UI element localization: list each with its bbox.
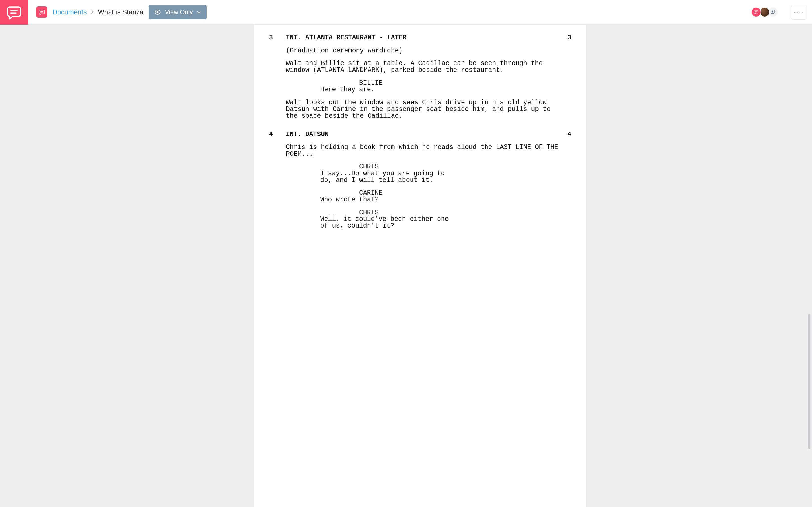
- speech-bubble-icon: [6, 4, 22, 20]
- scrollbar-thumb[interactable]: [808, 314, 810, 449]
- dialog-block: CHRISWell, it could've been either one o…: [286, 210, 564, 230]
- dialog-block: BILLIEHere they are.: [286, 80, 564, 93]
- character-name: BILLIE: [320, 80, 542, 87]
- dialog-block: CHRISI say...Do what you are going to do…: [286, 164, 564, 184]
- scene-title: INT. ATLANTA RESTAURANT - LATER: [286, 35, 560, 41]
- view-mode-dropdown[interactable]: View Only: [149, 5, 207, 19]
- breadcrumb-root[interactable]: Documents: [52, 8, 87, 16]
- character-name: CHRIS: [320, 210, 542, 216]
- topbar: Documents What is Stanza View Only: [28, 0, 812, 24]
- avatar-app[interactable]: [751, 7, 761, 17]
- scene-body: Chris is holding a book from which he re…: [269, 144, 571, 230]
- scene-body: (Graduation ceremony wardrobe)Walt and B…: [269, 48, 571, 120]
- ellipsis-icon: ○○○: [794, 10, 804, 14]
- scene-heading: 4INT. DATSUN4: [269, 131, 571, 138]
- breadcrumb: Documents What is Stanza: [52, 8, 144, 16]
- action-text: (Graduation ceremony wardrobe): [286, 48, 564, 54]
- dialog-line: Well, it could've been either one of us,…: [320, 216, 450, 229]
- scene-block: 3INT. ATLANTA RESTAURANT - LATER3(Gradua…: [269, 35, 571, 119]
- document-type-icon[interactable]: [36, 6, 47, 18]
- document-viewport[interactable]: 3INT. ATLANTA RESTAURANT - LATER3(Gradua…: [28, 24, 812, 507]
- svg-point-4: [157, 11, 158, 13]
- more-options-button[interactable]: ○○○: [791, 4, 806, 20]
- scene-number-right: 4: [560, 131, 571, 138]
- scene-block: 4INT. DATSUN4Chris is holding a book fro…: [269, 131, 571, 230]
- scene-number-left: 4: [269, 131, 286, 138]
- scene-number-left: 3: [269, 35, 286, 41]
- action-text: Walt and Billie sit at a table. A Cadill…: [286, 60, 564, 73]
- app-logo[interactable]: [0, 0, 28, 24]
- chevron-right-icon: [91, 8, 94, 16]
- character-name: CHRIS: [320, 164, 542, 170]
- dialog-line: Who wrote that?: [320, 196, 450, 203]
- character-name: CARINE: [320, 190, 542, 196]
- dialog-block: CARINEWho wrote that?: [286, 190, 564, 203]
- speech-bubble-icon: [39, 9, 45, 15]
- leftrail: [0, 24, 28, 507]
- breadcrumb-current: What is Stanza: [98, 8, 143, 16]
- scene-title: INT. DATSUN: [286, 131, 560, 138]
- scrollbar[interactable]: [808, 24, 811, 507]
- user-circle-icon: [770, 10, 776, 15]
- scene-heading: 3INT. ATLANTA RESTAURANT - LATER3: [269, 35, 571, 41]
- svg-point-8: [774, 10, 775, 11]
- chevron-down-icon: [197, 10, 201, 14]
- script-page: 3INT. ATLANTA RESTAURANT - LATER3(Gradua…: [254, 24, 587, 507]
- svg-point-7: [772, 10, 773, 12]
- action-text: Chris is holding a book from which he re…: [286, 144, 564, 158]
- action-text: Walt looks out the window and sees Chris…: [286, 100, 564, 119]
- dialog-line: Here they are.: [320, 87, 450, 93]
- presence-avatars: [753, 7, 778, 17]
- dialog-line: I say...Do what you are going to do, and…: [320, 170, 450, 184]
- eye-icon: [154, 9, 161, 15]
- view-mode-label: View Only: [165, 8, 193, 16]
- scene-number-right: 3: [560, 35, 571, 41]
